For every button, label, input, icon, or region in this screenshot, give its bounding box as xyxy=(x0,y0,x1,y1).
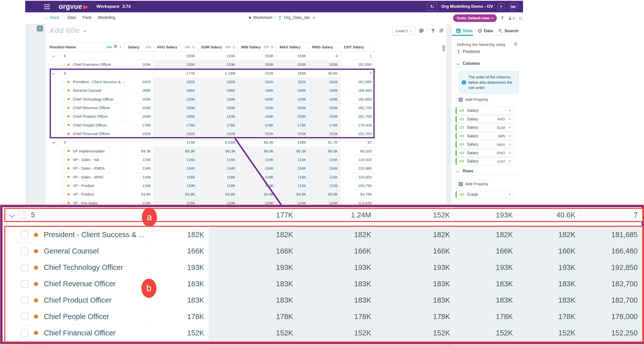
tab-slide[interactable]: Slide xyxy=(456,28,472,33)
row-checkbox[interactable] xyxy=(60,166,64,170)
row-checkbox[interactable] xyxy=(57,140,61,144)
palette-icon[interactable] xyxy=(418,28,424,34)
dataset-name[interactable]: Org_Data_Jan xyxy=(284,15,310,20)
tools-dropdown[interactable]: Tools: Default view xyxy=(453,14,497,22)
row-checkbox[interactable] xyxy=(60,175,64,179)
tab-search[interactable]: Search xyxy=(498,28,518,33)
position-row[interactable]: VP - Product110K110K110K110K110K110K109,… xyxy=(50,181,374,190)
group-row[interactable]: 5177K1.24M152K193K40.6K7 xyxy=(5,209,642,221)
nav-item-data[interactable]: Data xyxy=(68,15,76,20)
back-button[interactable]: ←Back xyxy=(44,15,59,20)
property-pill[interactable]: 123SalaryMAX× xyxy=(455,141,514,148)
vertical-scrollbar[interactable] xyxy=(442,45,445,51)
gear-icon[interactable]: ⚙ xyxy=(513,42,518,47)
rows-section-header[interactable]: Rows xyxy=(457,169,473,173)
row-checkbox[interactable] xyxy=(60,158,64,162)
remove-icon[interactable]: × xyxy=(509,108,511,113)
row-checkbox[interactable] xyxy=(60,201,64,205)
row-checkbox[interactable] xyxy=(60,114,64,118)
formula-icon[interactable]: fx xyxy=(518,16,522,21)
property-pill[interactable]: 123SalaryMIN× xyxy=(455,132,514,140)
column-header-salary[interactable]: Salary123 xyxy=(125,43,154,51)
nav-item-modelling[interactable]: Modelling xyxy=(98,15,115,20)
position-row[interactable]: VP - Product93.8K93.8K93.8K93.8K93.8K93.… xyxy=(50,190,374,199)
position-row[interactable]: Chief Technology Officer193K193K193K193K… xyxy=(50,95,374,104)
remove-icon[interactable]: × xyxy=(509,142,511,147)
property-pill[interactable]: 123SalaryRNG× xyxy=(455,149,514,157)
row-checkbox[interactable] xyxy=(60,106,64,110)
row-checkbox[interactable] xyxy=(57,71,61,75)
position-row[interactable]: Chief People Officer178K178K178K178K178K… xyxy=(50,121,374,130)
filter-icon[interactable] xyxy=(431,29,435,33)
position-row[interactable]: Chief Revenue Officer183K183K183K183K183… xyxy=(5,276,642,292)
position-row[interactable]: Chief Revenue Officer183K183K183K183K183… xyxy=(50,104,374,112)
chevron-down-icon[interactable] xyxy=(52,72,55,75)
property-pill[interactable]: 123SalarySUM× xyxy=(455,124,514,131)
column-header-max-salary[interactable]: MAX Salary xyxy=(276,43,309,51)
row-checkbox[interactable] xyxy=(21,264,28,271)
group-row[interactable]: 5177K1.24M152K193K40.6K7 xyxy=(50,69,374,78)
row-checkbox[interactable] xyxy=(60,62,64,66)
avatar[interactable]: SK xyxy=(509,2,518,11)
chevron-down-icon[interactable] xyxy=(9,212,15,218)
chevron-down-icon[interactable] xyxy=(52,54,55,57)
position-row[interactable]: VP - Sales - APAC116K116K116K116K116K116… xyxy=(50,173,374,181)
sync-icon[interactable]: ↻ xyxy=(427,2,437,11)
column-header-avg-salary[interactable]: AVG Salary123fx xyxy=(154,43,198,51)
chevron-down-icon[interactable] xyxy=(52,141,55,144)
row-checkbox[interactable] xyxy=(60,88,64,92)
sort-arrow-icon[interactable]: ↓ xyxy=(119,45,122,49)
position-row[interactable]: Chief Financial Officer152K152K152K152K1… xyxy=(50,130,374,138)
app-grid-icon[interactable] xyxy=(44,4,50,9)
position-row[interactable]: General Counsel166K166K166K166K166K166K1… xyxy=(50,86,374,95)
position-row[interactable]: Chief Technology Officer193K193K193K193K… xyxy=(5,260,642,276)
row-checkbox[interactable] xyxy=(60,123,64,127)
bookmark-icon[interactable] xyxy=(114,45,117,49)
remove-icon[interactable]: × xyxy=(509,117,511,121)
remove-icon[interactable]: × xyxy=(509,134,511,138)
property-pill[interactable]: 123Salary× xyxy=(455,107,514,114)
row-checkbox[interactable] xyxy=(60,192,64,196)
position-row[interactable]: Chief Product Officer183K183K183K183K183… xyxy=(50,112,374,121)
workspace-name[interactable]: Org Modelling Demo - OV xyxy=(441,4,493,9)
column-header-cnt-salary[interactable]: CNT Salary xyxy=(341,43,374,51)
add-slide-button[interactable]: + xyxy=(37,25,43,32)
reload-dataset-icon[interactable]: ⇄ xyxy=(312,15,316,20)
position-row[interactable]: Chief Financial Officer152K152K152K152K1… xyxy=(5,325,642,341)
row-checkbox[interactable] xyxy=(21,329,28,337)
row-checkbox[interactable] xyxy=(21,313,28,320)
chevron-down-icon[interactable] xyxy=(83,29,86,32)
layers-icon[interactable] xyxy=(439,28,444,33)
position-row[interactable]: Chief Executive Officer193K193K193K193K1… xyxy=(50,60,374,69)
remove-icon[interactable]: × xyxy=(509,151,511,155)
add-property-button-columns[interactable]: +Add Property xyxy=(456,95,492,104)
property-pill[interactable]: 123Grade× xyxy=(455,191,514,198)
position-row[interactable]: VP Implementation89.3K89.3K89.3K89.3K89.… xyxy=(50,147,374,155)
columns-section-header[interactable]: Columns xyxy=(457,61,480,66)
group-row[interactable]: 4114K4.24M86.3K148K61.7K37 xyxy=(50,138,374,147)
property-pill[interactable]: 123SalaryAVG× xyxy=(455,115,514,123)
row-checkbox[interactable] xyxy=(21,280,28,288)
hierarchy-entity[interactable]: Positions xyxy=(457,49,480,54)
breadcrumb-type[interactable]: Worksheet xyxy=(253,15,272,20)
row-checkbox[interactable] xyxy=(60,149,64,153)
position-row[interactable]: Chief People Officer178K178K178K178K178K… xyxy=(5,308,642,325)
position-row[interactable]: Chief Product Officer183K183K183K183K183… xyxy=(5,292,642,309)
column-header-position-name[interactable]: Position NameAbc↓ xyxy=(50,43,125,51)
position-row[interactable]: VP - Sales - NA116K116K116K116K116K116K1… xyxy=(50,155,374,164)
row-checkbox[interactable] xyxy=(60,184,64,187)
row-checkbox[interactable] xyxy=(57,54,61,58)
pin-icon[interactable] xyxy=(500,16,504,20)
position-row[interactable]: President - Client Success & ...182K182K… xyxy=(5,227,642,243)
remove-icon[interactable]: × xyxy=(509,125,511,130)
row-checkbox[interactable] xyxy=(18,211,25,219)
row-checkbox[interactable] xyxy=(60,97,64,101)
row-checkbox[interactable] xyxy=(21,247,28,255)
row-checkbox[interactable] xyxy=(21,297,28,304)
row-checkbox[interactable] xyxy=(60,80,64,84)
column-header-sum-salary[interactable]: SUM Salary123fx xyxy=(198,43,238,51)
row-checkbox[interactable] xyxy=(60,132,64,136)
property-pill[interactable]: 123SalaryCNT× xyxy=(455,158,514,165)
nav-item-pack[interactable]: Pack xyxy=(83,15,92,20)
remove-icon[interactable]: × xyxy=(509,192,511,197)
